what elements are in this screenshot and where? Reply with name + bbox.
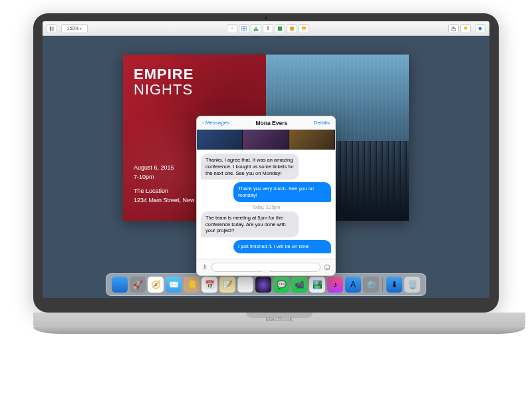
slide-date: August 6, 2015 bbox=[134, 164, 195, 173]
media-button[interactable] bbox=[287, 24, 297, 33]
dock-app-messages[interactable]: 💬 bbox=[273, 277, 289, 293]
message-outgoing[interactable]: Thank you very much. See you on monday! bbox=[233, 182, 331, 202]
slide-title-line2: NIGHTS bbox=[134, 82, 255, 97]
dock-app-appstore[interactable]: A bbox=[345, 277, 361, 293]
microphone-icon[interactable] bbox=[201, 264, 208, 271]
table-button[interactable] bbox=[239, 24, 249, 33]
dock-app-photos[interactable]: 🏞️ bbox=[309, 277, 325, 293]
slide-title-line1: EMPIRE bbox=[134, 66, 194, 82]
dock-trash[interactable]: 🗑️ bbox=[404, 277, 420, 293]
message-outgoing[interactable]: I just finished it. I will be on time! bbox=[233, 240, 331, 253]
insert-tools: + T bbox=[227, 24, 309, 33]
slide-time: 7-10pm bbox=[134, 173, 195, 182]
svg-rect-10 bbox=[302, 26, 306, 29]
svg-point-13 bbox=[479, 27, 482, 30]
dock-app-contacts[interactable]: 📒 bbox=[184, 277, 200, 293]
text-button[interactable]: T bbox=[263, 24, 273, 33]
messages-thread[interactable]: Thanks, I agree that. It was an amazing … bbox=[197, 150, 335, 259]
dock-app-facetime[interactable]: 📹 bbox=[291, 277, 307, 293]
shape-button[interactable] bbox=[275, 24, 285, 33]
zoom-value: 150% bbox=[67, 26, 79, 31]
messages-header: ‹Messages Mona Evers Details bbox=[197, 116, 335, 130]
dock-app-system-preferences[interactable]: ⚙️ bbox=[363, 277, 379, 293]
svg-rect-0 bbox=[50, 26, 51, 30]
dock-app-safari[interactable]: 🧭 bbox=[148, 277, 164, 293]
message-timestamp: Today, 3:25pm bbox=[201, 205, 331, 209]
zoom-control[interactable]: 150% ▾ bbox=[61, 24, 88, 33]
slide-location-address: 1234 Main Street, New bbox=[134, 196, 195, 205]
macbook-brand-label: MacBook bbox=[265, 316, 293, 323]
tips-button[interactable] bbox=[460, 24, 471, 33]
slide-location-name: The Location bbox=[134, 187, 195, 196]
svg-point-9 bbox=[290, 26, 294, 30]
svg-point-17 bbox=[328, 266, 329, 267]
dock-app-launchpad[interactable]: 🚀 bbox=[130, 277, 146, 293]
svg-rect-7 bbox=[257, 29, 259, 31]
messages-contact-name: Mona Evers bbox=[255, 120, 287, 126]
svg-rect-14 bbox=[204, 264, 205, 267]
slide-meta[interactable]: August 6, 2015 7-10pm The Location 1234 … bbox=[134, 164, 195, 205]
slide-title[interactable]: EMPIRE NIGHTS bbox=[134, 66, 255, 97]
messages-back-button[interactable]: ‹Messages bbox=[202, 120, 229, 126]
emoji-icon[interactable] bbox=[324, 264, 331, 271]
svg-point-16 bbox=[326, 266, 327, 267]
chart-button[interactable] bbox=[251, 24, 261, 33]
dock-app-itunes[interactable]: ♪ bbox=[327, 277, 343, 293]
dock-app-reminders[interactable] bbox=[237, 277, 253, 293]
dock-app-mail[interactable]: ✉️ bbox=[166, 277, 182, 293]
add-button[interactable]: + bbox=[227, 24, 237, 33]
svg-point-15 bbox=[325, 265, 330, 270]
messages-attachment-strip[interactable] bbox=[197, 130, 335, 150]
comment-button[interactable] bbox=[299, 24, 309, 33]
format-panel-button[interactable] bbox=[475, 24, 485, 33]
message-incoming[interactable]: The team is meeting at 5pm for the confe… bbox=[201, 211, 299, 237]
svg-rect-8 bbox=[278, 26, 282, 30]
screen-bezel: 150% ▾ + T bbox=[33, 13, 499, 313]
chevron-left-icon: ‹ bbox=[202, 120, 204, 126]
svg-point-12 bbox=[464, 26, 467, 29]
screen: 150% ▾ + T bbox=[43, 21, 489, 298]
messages-compose bbox=[197, 259, 335, 275]
app-toolbar: 150% ▾ + T bbox=[43, 21, 489, 36]
messages-popover: ‹Messages Mona Evers Details Thanks, I a… bbox=[196, 116, 336, 276]
camera-dot bbox=[265, 17, 267, 19]
dock-app-notes[interactable]: 📝 bbox=[219, 277, 235, 293]
dock-separator bbox=[382, 277, 383, 292]
macbook-base: MacBook bbox=[33, 313, 525, 327]
messages-details-button[interactable]: Details bbox=[314, 120, 330, 126]
message-input[interactable] bbox=[211, 263, 321, 272]
svg-rect-6 bbox=[255, 27, 257, 31]
svg-rect-5 bbox=[254, 29, 255, 31]
svg-rect-1 bbox=[52, 26, 54, 30]
message-incoming[interactable]: Thanks, I agree that. It was an amazing … bbox=[201, 154, 299, 180]
view-mode-button[interactable] bbox=[47, 24, 57, 33]
dock-app-finder[interactable] bbox=[112, 277, 128, 293]
share-button[interactable] bbox=[448, 24, 459, 33]
dock-downloads[interactable]: ⬇︎ bbox=[386, 277, 402, 293]
macbook-frame: 150% ▾ + T bbox=[33, 13, 499, 327]
dock-app-calendar[interactable]: 📅 bbox=[201, 277, 217, 293]
